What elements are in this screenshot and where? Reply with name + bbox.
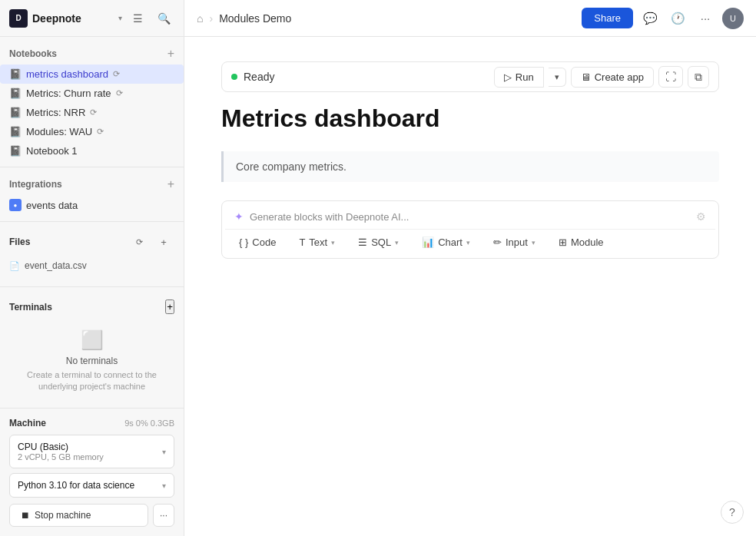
text-block-button[interactable]: T Text ▾ — [288, 233, 346, 252]
share-button[interactable]: Share — [582, 8, 633, 28]
sidebar-item-metrics-nrr[interactable]: 📓 Metrics: NRR ⟳ — [0, 103, 184, 122]
more-options-icon[interactable]: ··· — [695, 8, 716, 29]
add-file-button[interactable]: + — [153, 231, 174, 253]
file-icon: 📄 — [9, 261, 20, 271]
block-types-bar: { } Code T Text ▾ ☰ SQL ▾ 📊 Chart ▾ — [225, 230, 715, 255]
help-button[interactable]: ? — [721, 501, 744, 524]
sidebar-divider — [0, 167, 184, 167]
history-icon[interactable]: 🕐 — [667, 8, 688, 29]
app-logo-text: D — [15, 14, 21, 22]
database-icon: ● — [9, 199, 22, 211]
refresh-files-button[interactable]: ⟳ — [128, 231, 150, 253]
machine-header: Machine 9s 0% 0.3GB — [9, 418, 174, 428]
code-block-button[interactable]: { } Code — [228, 233, 287, 252]
split-view-button[interactable]: ⧉ — [688, 66, 709, 88]
create-app-button[interactable]: 🖥 Create app — [571, 67, 654, 88]
sql-label: SQL — [371, 237, 391, 248]
menu-icon[interactable]: ☰ — [127, 8, 148, 29]
python-label: Python 3.10 for data science — [18, 480, 134, 491]
sidebar: D Deepnote ▾ ☰ 🔍 Notebooks + 📓 metrics d… — [0, 0, 184, 536]
sync-icon: ⟳ — [113, 69, 120, 79]
app-name: Deepnote — [32, 12, 114, 25]
input-label: Input — [506, 237, 528, 248]
machine-stats: 9s 0% 0.3GB — [124, 419, 174, 428]
breadcrumb-separator: › — [209, 12, 213, 25]
python-dropdown[interactable]: Python 3.10 for data science ▾ — [9, 473, 174, 498]
cpu-dropdown[interactable]: CPU (Basic) 2 vCPU, 5 GB memory ▾ — [9, 435, 174, 468]
more-options-button[interactable]: ··· — [153, 504, 174, 527]
sidebar-item-metrics-churn[interactable]: 📓 Metrics: Churn rate ⟳ — [0, 84, 184, 103]
sidebar-item-label: metrics dashboard — [26, 68, 108, 80]
code-label: Code — [252, 237, 276, 248]
sidebar-item-label: Notebook 1 — [26, 145, 78, 157]
sidebar-item-events-data[interactable]: ● events data — [0, 195, 184, 215]
chart-icon: 📊 — [422, 237, 434, 248]
sql-block-button[interactable]: ☰ SQL ▾ — [347, 233, 410, 252]
topbar: ⌂ › Modules Demo Share 💬 🕐 ··· U — [184, 0, 756, 37]
chevron-down-icon: ▾ — [466, 239, 470, 246]
section-files: Files ⟳ + 📄 event_data.csv — [0, 228, 184, 280]
python-info: Python 3.10 for data science — [18, 480, 134, 491]
module-block-button[interactable]: ⊞ Module — [548, 233, 615, 252]
sql-icon: ☰ — [358, 237, 367, 248]
chart-block-button[interactable]: 📊 Chart ▾ — [411, 233, 481, 252]
text-icon: T — [299, 237, 305, 248]
chevron-down-icon: ▾ — [162, 448, 166, 456]
input-block-button[interactable]: ✏ Input ▾ — [482, 233, 546, 252]
code-icon: { } — [239, 237, 248, 248]
module-label: Module — [571, 237, 604, 248]
status-left: Ready — [231, 71, 274, 83]
notebook-toolbar: ✦ Generate blocks with Deepnote AI... ⚙ … — [221, 200, 719, 259]
avatar[interactable]: U — [722, 8, 744, 29]
home-icon[interactable]: ⌂ — [197, 12, 203, 25]
comments-icon[interactable]: 💬 — [639, 8, 661, 29]
stop-machine-label: Stop machine — [35, 510, 91, 521]
sidebar-item-metrics-dashboard[interactable]: 📓 metrics dashboard ⟳ — [0, 65, 184, 84]
notebook-icon: 📓 — [9, 107, 22, 118]
chevron-down-icon: ▾ — [162, 481, 166, 490]
ai-placeholder: Generate blocks with Deepnote AI... — [250, 211, 409, 223]
ai-settings-icon[interactable]: ⚙ — [696, 210, 706, 223]
create-app-label: Create app — [595, 71, 644, 83]
page-title: Modules Demo — [219, 12, 575, 25]
cpu-info: CPU (Basic) 2 vCPU, 5 GB memory — [18, 442, 104, 462]
sync-icon: ⟳ — [97, 127, 104, 137]
chevron-down-icon: ▾ — [532, 239, 536, 246]
run-dropdown-button[interactable]: ▾ — [549, 68, 566, 87]
ai-generate-bar[interactable]: ✦ Generate blocks with Deepnote AI... ⚙ — [225, 204, 715, 230]
sidebar-item-label: Modules: WAU — [26, 126, 92, 137]
file-item-event-data[interactable]: 📄 event_data.csv — [9, 257, 174, 274]
status-text: Ready — [244, 71, 274, 83]
integrations-section-header: Integrations + — [0, 174, 184, 195]
sidebar-item-label: Metrics: NRR — [26, 107, 85, 118]
sidebar-bottom: Machine 9s 0% 0.3GB CPU (Basic) 2 vCPU, … — [0, 408, 184, 536]
file-name: event_data.csv — [25, 260, 87, 271]
notebook-title: Metrics dashboard — [221, 104, 719, 133]
add-terminal-button[interactable]: + — [165, 299, 174, 314]
sync-icon: ⟳ — [116, 88, 123, 98]
terminals-empty-desc: Create a terminal to connect to the unde… — [9, 369, 174, 393]
notebook-icon: 📓 — [9, 126, 22, 137]
sidebar-item-label: Metrics: Churn rate — [26, 88, 111, 99]
terminals-header: Terminals + — [9, 299, 174, 314]
chart-label: Chart — [438, 237, 463, 248]
sidebar-item-modules-wau[interactable]: 📓 Modules: WAU ⟳ — [0, 122, 184, 141]
search-icon[interactable]: 🔍 — [153, 8, 174, 29]
chevron-down-icon: ▾ — [331, 239, 335, 246]
sidebar-header: D Deepnote ▾ ☰ 🔍 — [0, 0, 184, 37]
chevron-down-icon: ▾ — [118, 14, 122, 22]
add-integration-button[interactable]: + — [167, 178, 174, 190]
ellipsis-icon: ··· — [160, 510, 167, 521]
machine-section: Machine 9s 0% 0.3GB CPU (Basic) 2 vCPU, … — [9, 418, 174, 527]
integrations-label: Integrations — [9, 179, 62, 190]
terminal-icon: ⬜ — [9, 329, 174, 351]
stop-machine-button[interactable]: ⏹ Stop machine — [9, 504, 148, 527]
run-button[interactable]: ▷ Run — [494, 67, 544, 88]
sidebar-divider-3 — [0, 286, 184, 287]
main-area: ⌂ › Modules Demo Share 💬 🕐 ··· U Ready ▷… — [184, 0, 756, 536]
add-notebook-button[interactable]: + — [167, 48, 174, 60]
notebook-icon: 📓 — [9, 88, 22, 99]
fullscreen-button[interactable]: ⛶ — [658, 66, 683, 88]
files-label: Files — [9, 237, 30, 247]
sidebar-item-notebook-1[interactable]: 📓 Notebook 1 — [0, 141, 184, 160]
